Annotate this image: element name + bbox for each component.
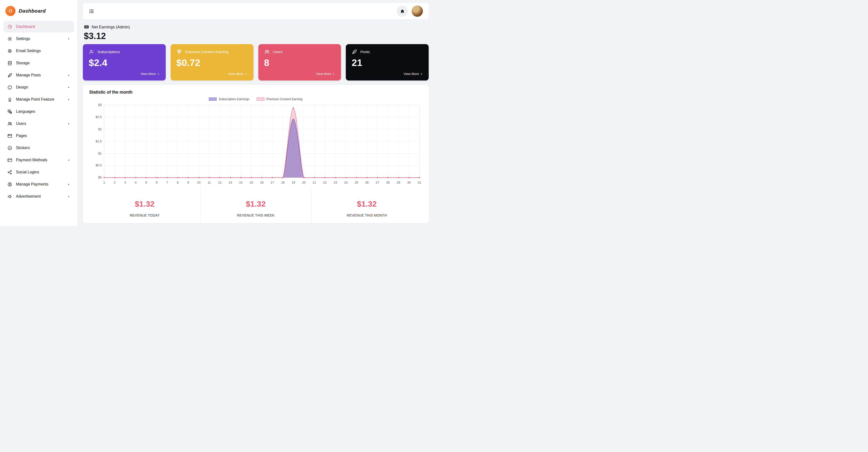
svg-text:30: 30 [407,181,411,185]
sidebar-item-label: Storage [16,61,30,65]
svg-text:11: 11 [208,181,211,185]
svg-text:27: 27 [376,181,379,185]
sidebar-item-manage-payments[interactable]: Manage Payments [3,178,74,190]
chevron-down-icon [67,159,70,162]
users-icon [7,121,12,126]
sidebar-item-advertisement[interactable]: Advertisement [3,191,74,202]
payments-icon [7,181,12,187]
svg-text:9: 9 [187,181,189,185]
sidebar-item-payment-methods[interactable]: Payment Methods [3,154,74,166]
monthly-earnings-chart: $0$0.5$1$1.5$2$2.5$312345678910111213141… [89,102,422,186]
legend-swatch [209,97,217,101]
sidebar-item-manage-posts[interactable]: Manage Posts [3,69,74,81]
stat-card-label: Posts [360,50,370,54]
revenue-cell-revenue-today: $1.32REVENUE TODAY [89,187,200,223]
svg-text:17: 17 [271,181,274,185]
chevron-down-icon [67,98,70,101]
sidebar-nav: DashboardSettingsEmail SettingsStorageMa… [3,21,74,202]
sidebar-item-label: Payment Methods [16,158,47,162]
chevron-down-icon [67,195,70,198]
stat-card-value: 21 [351,57,423,68]
sidebar-item-label: Settings [16,37,30,41]
dashboard-icon [7,24,12,29]
revenue-value: $1.32 [311,200,422,208]
sidebar-item-label: Advertisement [16,194,41,199]
svg-text:2: 2 [114,181,116,185]
svg-text:24: 24 [344,181,347,185]
stat-card-header: Users [264,49,335,55]
svg-text:28: 28 [386,181,390,185]
chevron-down-icon [67,183,70,186]
sidebar-item-languages[interactable]: Languages [3,106,74,117]
net-earnings-header: Net Earnings (Admin) [84,24,428,30]
home-button[interactable] [397,6,408,17]
legend-item-subscription-earnings[interactable]: Subscription Earnings [209,97,249,101]
svg-text:18: 18 [281,181,284,185]
topbar-actions [397,6,423,17]
svg-text:25: 25 [355,181,358,185]
stat-card-label: Premium Content Earning [185,50,228,54]
revenue-label: REVENUE THIS WEEK [200,214,311,217]
sidebar-item-dashboard[interactable]: Dashboard [3,21,74,32]
sidebar-item-label: Languages [16,109,35,114]
view-more-link[interactable]: View More [403,72,423,76]
svg-text:10: 10 [197,181,200,185]
svg-text:21: 21 [313,181,316,185]
sidebar-item-storage[interactable]: Storage [3,57,74,69]
menu-toggle-button[interactable] [89,8,94,14]
main-content: Net Earnings (Admin) $3.12 Subscriptions… [78,0,434,226]
revenue-value: $1.32 [89,200,200,208]
sidebar-item-email-settings[interactable]: Email Settings [3,45,74,57]
stat-card-users: Users8View More [258,44,341,81]
users-icon [264,49,270,55]
palette-icon [7,85,12,90]
svg-text:$2.5: $2.5 [96,115,102,119]
revenue-cell-revenue-this-week: $1.32REVENUE THIS WEEK [200,187,311,223]
revenue-label: REVENUE TODAY [89,214,200,217]
sidebar-item-label: Dashboard [16,25,35,29]
view-more-link[interactable]: View More [316,72,335,76]
app-title: Dashboard [19,8,46,14]
sidebar-item-label: Social Logins [16,170,39,174]
legend-item-premium-content-earning[interactable]: Premium Content Earning [257,97,303,101]
svg-text:29: 29 [397,181,400,185]
svg-text:$1: $1 [98,152,101,155]
stat-card-posts: Posts21View More [346,44,429,81]
sidebar-item-design[interactable]: Design [3,82,74,93]
panel-title: Statistic of the month [89,90,422,95]
svg-text:1: 1 [103,181,105,185]
revenue-summary: $1.32REVENUE TODAY$1.32REVENUE THIS WEEK… [89,187,422,223]
svg-text:8: 8 [177,181,179,185]
svg-text:20: 20 [302,181,306,185]
language-icon [7,109,12,114]
sidebar: Dashboard DashboardSettingsEmail Setting… [0,0,78,226]
sidebar-item-label: Manage Point Feature [16,97,54,102]
chevron-down-icon [67,86,70,89]
view-more-link[interactable]: View More [228,72,248,76]
stat-card-label: Subscriptions [97,50,120,54]
svg-text:$0: $0 [98,176,101,179]
chevron-right-icon [332,73,335,76]
app-logo-icon [5,6,16,16]
stat-card-header: Premium Content Earning [177,49,248,55]
sidebar-item-users[interactable]: Users [3,118,74,130]
svg-text:14: 14 [239,181,242,185]
share-icon [7,169,12,175]
svg-text:22: 22 [323,181,327,185]
email-icon [7,48,12,54]
chevron-down-icon [67,37,70,40]
net-earnings-value: $3.12 [84,31,428,41]
svg-text:$2: $2 [98,128,101,131]
sidebar-item-social-logins[interactable]: Social Logins [3,166,74,178]
sidebar-item-stickers[interactable]: Stickers [3,142,74,154]
stat-card-label: Users [273,50,283,54]
chevron-right-icon [157,73,160,76]
sidebar-item-settings[interactable]: Settings [3,33,74,45]
stat-card-subscriptions: Subscriptions$2.4View More [83,44,166,81]
svg-text:13: 13 [228,181,232,185]
sidebar-item-pages[interactable]: Pages [3,130,74,142]
avatar[interactable] [412,6,423,17]
sidebar-item-manage-point-feature[interactable]: Manage Point Feature [3,93,74,105]
view-more-link[interactable]: View More [141,72,160,76]
subscriptions-icon [89,49,94,55]
